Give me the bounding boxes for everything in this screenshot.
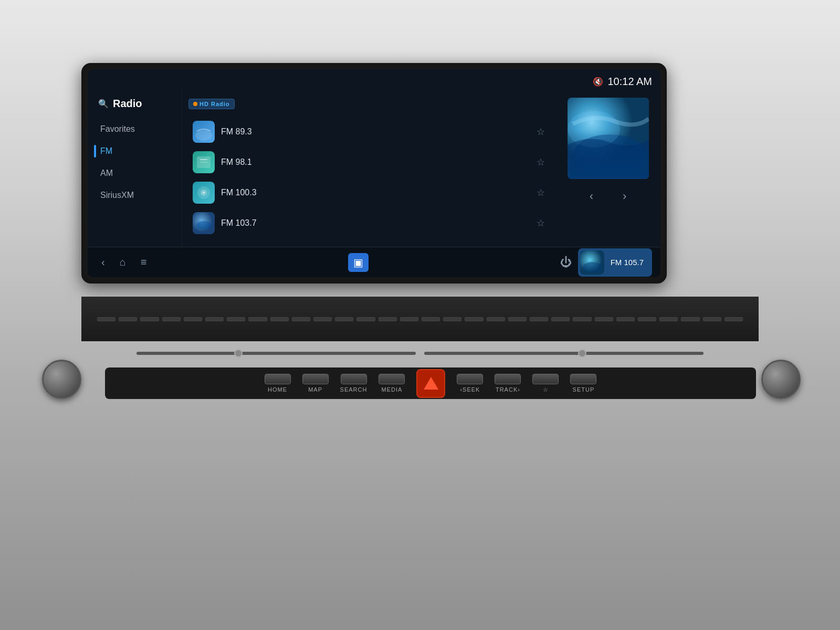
bottom-bar: ‹ ⌂ ≡ ▣ ⏻ bbox=[88, 247, 660, 277]
track-button-label: TRACK› bbox=[496, 386, 520, 393]
slider-track-left[interactable] bbox=[136, 352, 416, 355]
vent-fin bbox=[205, 317, 224, 321]
station-row-3[interactable]: FM 100.3 ☆ bbox=[188, 178, 549, 207]
hazard-triangle-icon bbox=[424, 377, 438, 390]
header-row: 🔇 10:12 AM bbox=[88, 69, 660, 89]
now-playing-bar[interactable]: FM 105.7 bbox=[578, 248, 652, 277]
station-list: HD Radio bbox=[182, 89, 555, 247]
vent-fin bbox=[659, 317, 678, 321]
content-area: 🔍 Radio Favorites FM AM SiriusXM HD Radi… bbox=[88, 89, 660, 247]
station-name-4: FM 103.7 bbox=[221, 218, 530, 228]
vent-fin bbox=[595, 317, 613, 321]
map-physical-button[interactable]: MAP bbox=[302, 374, 329, 393]
next-station-button[interactable]: › bbox=[618, 187, 631, 205]
hazard-button[interactable] bbox=[416, 369, 445, 398]
station-icon-2 bbox=[193, 151, 215, 173]
vent-fin bbox=[616, 317, 635, 321]
station-row-4[interactable]: FM 103.7 ☆ bbox=[188, 209, 549, 237]
svg-point-9 bbox=[203, 192, 205, 194]
vent-fin bbox=[227, 317, 245, 321]
power-button[interactable]: ⏻ bbox=[554, 253, 578, 272]
vent-fin bbox=[97, 317, 116, 321]
vent-fin bbox=[379, 317, 397, 321]
sidebar-item-fm[interactable]: FM bbox=[98, 142, 171, 160]
star-icon-4[interactable]: ☆ bbox=[537, 217, 545, 229]
search-icon[interactable]: 🔍 bbox=[98, 99, 109, 109]
favorite-button-cap bbox=[532, 374, 559, 384]
bottom-nav-group: ‹ ⌂ ≡ bbox=[96, 253, 152, 271]
home-physical-button[interactable]: HOME bbox=[265, 374, 291, 393]
station-row-1[interactable]: FM 89.3 ☆ bbox=[188, 118, 549, 146]
screen-bezel: 🔇 10:12 AM 🔍 Radio Favorites FM AM Siriu… bbox=[81, 63, 667, 284]
left-knob[interactable] bbox=[42, 360, 81, 399]
vent-fin bbox=[119, 317, 137, 321]
album-area: ‹ › bbox=[555, 89, 660, 247]
prev-station-button[interactable]: ‹ bbox=[585, 187, 597, 205]
track-button-cap bbox=[495, 374, 521, 384]
search-button-label: SEARCH bbox=[340, 386, 368, 393]
vent-area: .vent-fin { flex: 1; height: 8px; backgr… bbox=[81, 297, 759, 341]
slider-track-right[interactable] bbox=[424, 352, 704, 355]
time-display: 10:12 AM bbox=[607, 76, 652, 88]
setup-physical-button[interactable]: SETUP bbox=[570, 374, 596, 393]
seek-physical-button[interactable]: ‹SEEK bbox=[457, 374, 483, 393]
media-physical-button[interactable]: MEDIA bbox=[379, 374, 405, 393]
home-button-cap bbox=[265, 374, 291, 384]
vent-fin bbox=[487, 317, 505, 321]
track-physical-button[interactable]: TRACK› bbox=[495, 374, 521, 393]
sidebar-title: Radio bbox=[113, 98, 142, 110]
setup-button-label: SETUP bbox=[573, 386, 595, 393]
vent-fin bbox=[638, 317, 656, 321]
now-playing-label: FM 105.7 bbox=[611, 258, 644, 267]
map-button-cap bbox=[302, 374, 329, 384]
vent-fin bbox=[724, 317, 743, 321]
star-icon-2[interactable]: ☆ bbox=[537, 156, 545, 168]
right-knob[interactable] bbox=[761, 360, 801, 399]
vent-fin bbox=[162, 317, 181, 321]
station-name-2: FM 98.1 bbox=[221, 158, 530, 167]
sidebar: 🔍 Radio Favorites FM AM SiriusXM bbox=[88, 89, 182, 247]
vent-fin bbox=[530, 317, 548, 321]
back-button[interactable]: ‹ bbox=[96, 253, 110, 271]
vent-fin bbox=[443, 317, 461, 321]
favorite-physical-button[interactable]: ☆ bbox=[532, 374, 559, 393]
sidebar-item-am[interactable]: AM bbox=[98, 164, 171, 182]
now-playing-thumbnail bbox=[580, 250, 604, 275]
album-art-wave bbox=[568, 130, 649, 179]
vent-fin bbox=[335, 317, 353, 321]
media-button[interactable]: ▣ bbox=[348, 253, 369, 272]
vent-fin bbox=[551, 317, 570, 321]
physical-buttons-row: HOME MAP SEARCH MEDIA ‹SEEK TRACK› ☆ SET… bbox=[105, 368, 756, 399]
station-row-2[interactable]: FM 98.1 ☆ bbox=[188, 148, 549, 176]
svg-point-11 bbox=[196, 221, 211, 229]
slider-handle-right[interactable] bbox=[578, 349, 586, 358]
vent-fin bbox=[573, 317, 591, 321]
media-button-label: MEDIA bbox=[382, 386, 403, 393]
star-icon-1[interactable]: ☆ bbox=[537, 126, 545, 138]
menu-button[interactable]: ≡ bbox=[135, 253, 152, 271]
vent-fin bbox=[508, 317, 527, 321]
setup-button-cap bbox=[570, 374, 596, 384]
vent-fin bbox=[270, 317, 289, 321]
search-physical-button[interactable]: SEARCH bbox=[340, 374, 368, 393]
station-name-1: FM 89.3 bbox=[221, 127, 530, 136]
seek-button-cap bbox=[457, 374, 483, 384]
home-button[interactable]: ⌂ bbox=[114, 253, 131, 271]
star-icon-3[interactable]: ☆ bbox=[537, 187, 545, 198]
home-button-label: HOME bbox=[268, 386, 287, 393]
station-name-3: FM 100.3 bbox=[221, 188, 530, 197]
hd-badge-dot bbox=[193, 102, 197, 106]
vent-fin bbox=[184, 317, 202, 321]
vent-fin bbox=[681, 317, 699, 321]
media-button-cap bbox=[379, 374, 405, 384]
sidebar-item-siriusxm[interactable]: SiriusXM bbox=[98, 186, 171, 204]
vent-fin bbox=[140, 317, 159, 321]
vent-fin bbox=[703, 317, 721, 321]
slider-handle-left[interactable] bbox=[234, 349, 243, 358]
slider-row bbox=[136, 346, 704, 360]
sidebar-item-favorites[interactable]: Favorites bbox=[98, 120, 171, 138]
seek-button-label: ‹SEEK bbox=[460, 386, 480, 393]
vent-fin bbox=[400, 317, 418, 321]
vent-fin bbox=[422, 317, 440, 321]
hd-radio-badge: HD Radio bbox=[188, 99, 235, 109]
